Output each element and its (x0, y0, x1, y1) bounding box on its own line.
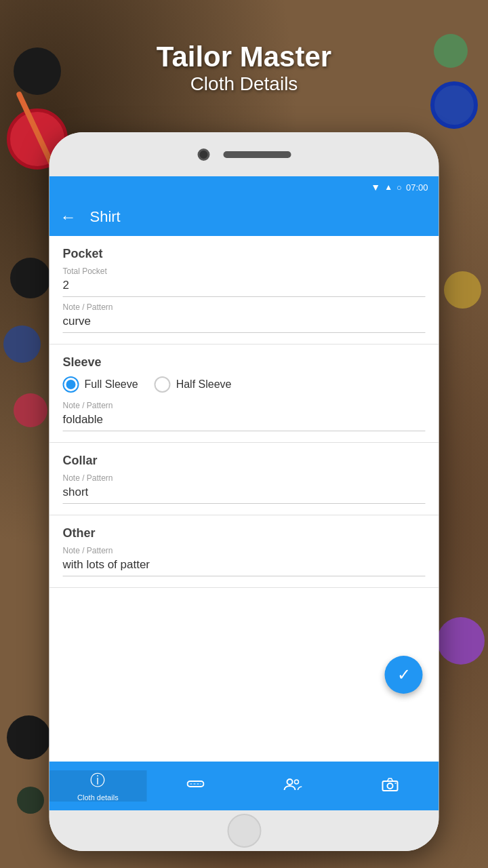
speaker (223, 151, 291, 158)
home-button[interactable] (227, 814, 261, 848)
nav-item-cloth-details[interactable]: ⓘ Cloth details (49, 770, 147, 802)
other-note-value[interactable]: with lots of patter (63, 558, 426, 576)
app-subtitle: Cloth Details (157, 73, 331, 95)
tape-icon (186, 776, 204, 795)
pocket-note-value[interactable]: curve (63, 315, 426, 333)
camera-icon (382, 776, 399, 795)
collar-section: Collar Note / Pattern short (49, 443, 439, 515)
bottom-nav: ⓘ Cloth details (49, 762, 439, 810)
total-pocket-value[interactable]: 2 (63, 279, 426, 297)
full-sleeve-radio-inner (66, 380, 76, 389)
other-section: Other Note / Pattern with lots of patter (49, 515, 439, 588)
svg-point-2 (287, 779, 293, 785)
half-sleeve-radio[interactable] (155, 376, 171, 393)
sleeve-note-label: Note / Pattern (63, 401, 426, 410)
collar-title: Collar (63, 454, 426, 468)
nav-item-users[interactable] (244, 776, 342, 795)
app-bar: ← Shirt (49, 198, 439, 236)
app-bar-title: Shirt (90, 208, 121, 226)
wifi-icon: ▼ (371, 182, 380, 193)
deco-button-6 (3, 326, 41, 363)
deco-button-8 (7, 715, 51, 760)
nav-item-camera[interactable] (342, 776, 439, 795)
sleeve-note-value[interactable]: foldable (63, 413, 426, 431)
camera (197, 149, 209, 161)
content-area: Pocket Total Pocket 2 Note / Pattern cur… (49, 236, 439, 762)
deco-button-9 (17, 787, 44, 814)
app-name: Tailor Master (157, 41, 331, 73)
nav-item-tape[interactable] (146, 776, 244, 795)
collar-note-label: Note / Pattern (63, 473, 426, 483)
screen: ▼ ▲ ○ 07:00 ← Shirt Pocket Total Pocket … (49, 176, 439, 810)
pocket-title: Pocket (63, 247, 426, 261)
total-pocket-label: Total Pocket (63, 267, 426, 276)
back-button[interactable]: ← (60, 208, 77, 226)
collar-note-value[interactable]: short (63, 486, 426, 504)
deco-button-7 (14, 393, 47, 427)
svg-point-3 (295, 780, 299, 784)
deco-button-4 (430, 81, 478, 129)
full-sleeve-label: Full Sleeve (85, 378, 138, 391)
info-icon: ⓘ (90, 770, 105, 791)
deco-button-3 (434, 34, 468, 68)
deco-button-11 (437, 617, 485, 665)
sleeve-radio-group: Full Sleeve Half Sleeve (63, 376, 426, 393)
bg-title-area: Tailor Master Cloth Details (157, 41, 331, 95)
check-icon: ✓ (397, 665, 411, 684)
deco-button-5 (10, 258, 51, 298)
status-bar: ▼ ▲ ○ 07:00 (49, 176, 439, 198)
other-title: Other (63, 526, 426, 540)
pocket-section: Pocket Total Pocket 2 Note / Pattern cur… (49, 236, 439, 344)
battery-icon: ○ (396, 182, 402, 193)
sleeve-section: Sleeve Full Sleeve Half Sleeve Note / Pa… (49, 344, 439, 443)
pocket-note-label: Note / Pattern (63, 302, 426, 312)
nav-cloth-details-label: Cloth details (77, 793, 119, 802)
status-time: 07:00 (406, 182, 428, 193)
half-sleeve-option[interactable]: Half Sleeve (155, 376, 232, 393)
users-icon (283, 776, 302, 795)
phone-bottom-bar (49, 810, 439, 851)
deco-button-1 (14, 47, 61, 95)
signal-icon: ▲ (384, 182, 392, 192)
deco-button-10 (444, 271, 481, 309)
svg-point-5 (388, 783, 393, 789)
status-icons: ▼ ▲ ○ 07:00 (371, 182, 428, 193)
phone-frame: ▼ ▲ ○ 07:00 ← Shirt Pocket Total Pocket … (49, 132, 439, 851)
half-sleeve-label: Half Sleeve (176, 378, 232, 391)
full-sleeve-radio[interactable] (63, 376, 79, 393)
other-note-label: Note / Pattern (63, 546, 426, 555)
fab-save-button[interactable]: ✓ (385, 656, 423, 694)
sleeve-title: Sleeve (63, 355, 426, 370)
full-sleeve-option[interactable]: Full Sleeve (63, 376, 138, 393)
phone-top-bar (49, 132, 439, 176)
